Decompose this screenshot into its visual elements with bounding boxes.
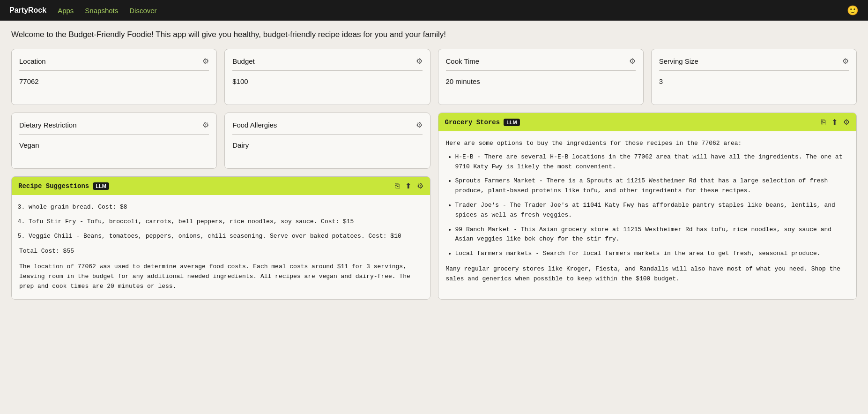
grocery-stores-card: Grocery Stores LLM ⎘ ⬆ ⚙ Here are some o…: [438, 113, 857, 300]
grocery-footer: Many regular grocery stores like Kroger,…: [446, 264, 849, 284]
cook-time-card-header: Cook Time ⚙: [446, 57, 636, 71]
budget-filter-icon[interactable]: ⚙: [416, 57, 423, 66]
serving-size-filter-icon[interactable]: ⚙: [842, 57, 849, 66]
grocery-store-99ranch: 99 Ranch Market - This Asian grocery sto…: [455, 225, 849, 245]
location-label: Location: [19, 57, 46, 65]
cook-time-label: Cook Time: [446, 57, 480, 65]
budget-card: Budget ⚙ $100: [224, 49, 430, 105]
grocery-settings-icon[interactable]: ⚙: [843, 118, 850, 127]
grocery-store-traderjoes: Trader Joe's - The Trader Joe's at 11041…: [455, 201, 849, 220]
location-card: Location ⚙ 77062: [11, 49, 217, 105]
nav-apps[interactable]: Apps: [58, 7, 74, 15]
location-filter-icon[interactable]: ⚙: [202, 57, 209, 66]
recipe-suggestions-actions: ⎘ ⬆ ⚙: [395, 181, 423, 190]
recipe-item-3: whole grain bread. Cost: $8: [29, 203, 423, 212]
food-allergies-label: Food Allergies: [232, 121, 277, 129]
recipe-item-4: Tofu Stir Fry - Tofu, broccoli, carrots,…: [29, 217, 423, 227]
recipe-suggestions-title: Recipe Suggestions: [18, 182, 89, 190]
grocery-stores-title: Grocery Stores: [445, 119, 500, 126]
location-value[interactable]: 77062: [19, 75, 209, 85]
budget-label: Budget: [232, 57, 255, 65]
budget-value[interactable]: $100: [232, 75, 422, 85]
grocery-stores-list: H-E-B - There are several H-E-B location…: [455, 152, 849, 259]
dietary-restriction-header: Dietary Restriction ⚙: [19, 120, 209, 135]
recipe-suggestions-header: Recipe Suggestions LLM ⎘ ⬆ ⚙: [12, 177, 430, 195]
recipe-llm-badge: LLM: [93, 182, 109, 190]
grocery-store-farmers-market: Local farmers markets - Search for local…: [455, 249, 849, 259]
grocery-llm-badge: LLM: [504, 119, 520, 126]
serving-size-label: Serving Size: [659, 57, 698, 65]
navbar: PartyRock Apps Snapshots Discover 🙂: [0, 0, 868, 21]
grocery-stores-header: Grocery Stores LLM ⎘ ⬆ ⚙: [438, 113, 857, 131]
food-allergies-card: Food Allergies ⚙ Dairy: [224, 113, 430, 169]
food-allergies-value[interactable]: Dairy: [232, 139, 422, 149]
nav-snapshots[interactable]: Snapshots: [85, 7, 118, 15]
cook-time-card: Cook Time ⚙ 20 minutes: [438, 49, 644, 105]
grocery-stores-actions: ⎘ ⬆ ⚙: [821, 118, 850, 127]
recipe-settings-icon[interactable]: ⚙: [417, 181, 423, 190]
grocery-copy-icon[interactable]: ⎘: [821, 118, 826, 127]
cook-time-filter-icon[interactable]: ⚙: [629, 57, 636, 66]
main-content: Location ⚙ 77062 Budget ⚙ $100 Cook Time…: [0, 45, 868, 311]
welcome-text: Welcome to the Budget-Friendly Foodie! T…: [11, 30, 446, 39]
user-icon[interactable]: 🙂: [847, 5, 859, 16]
welcome-banner: Welcome to the Budget-Friendly Foodie! T…: [0, 21, 868, 45]
grocery-export-icon[interactable]: ⬆: [831, 118, 838, 127]
grocery-stores-body: Here are some options to buy the ingredi…: [438, 131, 857, 299]
recipe-copy-icon[interactable]: ⎘: [395, 182, 400, 190]
recipe-footer: The location of 77062 was used to determ…: [19, 262, 423, 291]
dietary-restriction-value[interactable]: Vegan: [19, 139, 209, 149]
grocery-intro: Here are some options to buy the ingredi…: [446, 139, 849, 149]
top-row: Location ⚙ 77062 Budget ⚙ $100 Cook Time…: [11, 49, 857, 105]
food-allergies-filter-icon[interactable]: ⚙: [416, 120, 423, 129]
serving-size-card-header: Serving Size ⚙: [659, 57, 849, 71]
recipe-suggestions-card: Recipe Suggestions LLM ⎘ ⬆ ⚙ whole grain…: [11, 176, 430, 300]
dietary-restriction-filter-icon[interactable]: ⚙: [202, 120, 209, 129]
serving-size-value[interactable]: 3: [659, 75, 849, 85]
budget-card-header: Budget ⚙: [232, 57, 422, 71]
dietary-restriction-label: Dietary Restriction: [19, 121, 77, 129]
nav-discover[interactable]: Discover: [129, 7, 156, 15]
brand-logo: PartyRock: [9, 6, 46, 15]
food-allergies-header: Food Allergies ⚙: [232, 120, 422, 135]
recipe-export-icon[interactable]: ⬆: [405, 181, 411, 190]
dietary-restriction-card: Dietary Restriction ⚙ Vegan: [11, 113, 217, 169]
grocery-store-sprouts: Sprouts Farmers Market - There is a Spro…: [455, 176, 849, 196]
location-card-header: Location ⚙: [19, 57, 209, 71]
recipe-total-cost: Total Cost: $55: [19, 247, 423, 256]
recipe-suggestions-body: whole grain bread. Cost: $8 Tofu Stir Fr…: [12, 195, 430, 299]
serving-size-card: Serving Size ⚙ 3: [651, 49, 857, 105]
recipe-item-5: Veggie Chili - Beans, tomatoes, peppers,…: [29, 232, 423, 241]
cook-time-value[interactable]: 20 minutes: [446, 75, 636, 85]
grocery-store-heb: H-E-B - There are several H-E-B location…: [455, 152, 849, 172]
